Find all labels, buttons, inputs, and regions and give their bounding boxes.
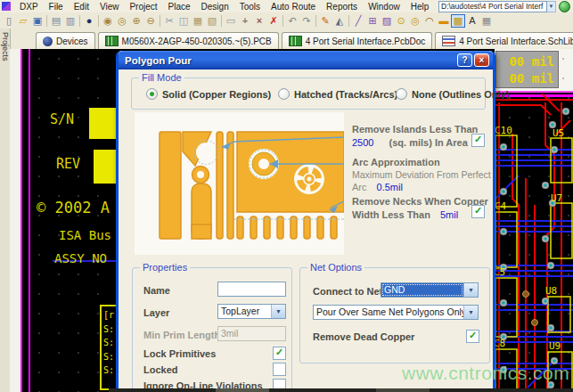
- readout-line: 00 mil: [496, 70, 554, 87]
- connect-to-net-value: GND: [381, 283, 463, 297]
- cut-icon[interactable]: ✂: [162, 14, 176, 28]
- help-globe-icon[interactable]: [559, 1, 570, 12]
- menu-window[interactable]: Window: [363, 2, 405, 12]
- chevron-down-icon[interactable]: ▼: [463, 306, 478, 319]
- paste-icon[interactable]: ▦: [191, 14, 205, 28]
- radio-label: Hatched (Tracks/Arcs): [294, 89, 397, 100]
- lock-primitives-checkbox[interactable]: ✓: [273, 347, 286, 360]
- menu-reports[interactable]: Reports: [321, 2, 363, 12]
- tab-label: Devices: [56, 37, 88, 46]
- schematic-library-icon: [442, 36, 455, 46]
- combo-dropdown-icon[interactable]: ▼: [547, 1, 556, 12]
- paste-array-icon[interactable]: ▧: [205, 14, 219, 28]
- place-string-icon[interactable]: A: [465, 14, 479, 28]
- chevron-down-icon[interactable]: ▼: [463, 283, 478, 297]
- layer-tab-strip[interactable]: [109, 388, 573, 392]
- islands-area-value[interactable]: 2500: [352, 137, 373, 148]
- fill-mode-none-radio[interactable]: None (Outlines Only): [396, 88, 509, 100]
- place-polygon-pour-icon[interactable]: ▩: [451, 14, 465, 28]
- find-similar-icon[interactable]: ◭: [332, 14, 347, 28]
- tab-devices[interactable]: Devices: [36, 32, 95, 49]
- properties-legend: Properties: [140, 262, 190, 273]
- annotation-text: Maximum Deviation From Perfect: [352, 169, 491, 180]
- locked-checkbox[interactable]: [273, 363, 286, 376]
- print-icon[interactable]: ▤: [49, 14, 63, 28]
- silkscreen-sn: S/N: [50, 111, 74, 127]
- annotation-heading: Remove Islands Less Than: [352, 124, 478, 135]
- dialog-close-button[interactable]: ×: [474, 53, 489, 67]
- remove-necks-checkbox[interactable]: ✓: [471, 205, 485, 218]
- menu-place[interactable]: Place: [163, 2, 196, 12]
- print-preview-icon[interactable]: ▥: [63, 14, 78, 28]
- workspace-panel-icon[interactable]: ●: [82, 14, 96, 28]
- place-grid-icon[interactable]: ▦: [479, 14, 494, 28]
- arc-deviation-value[interactable]: 0.5mil: [377, 182, 403, 192]
- menu-design[interactable]: Design: [196, 2, 234, 12]
- projects-panel-tab[interactable]: Projects: [1, 32, 10, 61]
- save-document-icon[interactable]: ▣: [30, 14, 45, 28]
- place-arc-icon[interactable]: ◠: [422, 14, 437, 28]
- tab-pcb-m0560x[interactable]: M0560X-2AGP-450-020305.~(5).PCB: [98, 32, 279, 49]
- menu-view[interactable]: View: [94, 2, 125, 12]
- new-document-icon[interactable]: ▯: [2, 14, 16, 28]
- clear-filter-icon[interactable]: ✗: [266, 14, 281, 28]
- tab-schlib-serial-interface[interactable]: 4 Port Serial Interface.SchLib *: [435, 32, 573, 49]
- place-via-icon[interactable]: ◎: [408, 14, 422, 28]
- menu-dxp[interactable]: DXP: [14, 2, 44, 12]
- fill-mode-hatched-radio[interactable]: Hatched (Tracks/Arcs): [278, 88, 397, 100]
- lock-primitives-label: Lock Primitives: [143, 348, 216, 359]
- place-line-icon[interactable]: ╱: [351, 14, 365, 28]
- connect-to-net-label: Connect to Net: [313, 286, 382, 297]
- layer-select[interactable]: TopLayer ▼: [217, 304, 286, 319]
- place-pad-icon[interactable]: ⊙: [394, 14, 408, 28]
- menu-edit[interactable]: Edit: [69, 2, 94, 12]
- menu-tools[interactable]: Tools: [234, 2, 266, 12]
- name-label: Name: [143, 285, 170, 296]
- move-selection-icon[interactable]: +: [238, 14, 252, 28]
- menu-help[interactable]: Help: [405, 2, 435, 12]
- polygon-pour-dialog: Polygon Pour ? × Fill Mode Solid (Copper…: [116, 51, 495, 392]
- toolbar-separator: [98, 15, 99, 27]
- undo-icon[interactable]: ↶: [285, 14, 299, 28]
- remove-islands-checkbox[interactable]: ✓: [471, 134, 485, 147]
- menu-auto-route[interactable]: Auto Route: [266, 2, 321, 12]
- interactive-routing-icon[interactable]: ✎: [318, 14, 332, 28]
- dialog-help-button[interactable]: ?: [457, 53, 472, 67]
- copy-icon[interactable]: ◫: [176, 14, 191, 28]
- radio-label: Solid (Copper Regions): [162, 89, 271, 100]
- dialog-title-bar[interactable]: Polygon Pour ? ×: [119, 51, 493, 69]
- tab-pcbdoc-serial-interface[interactable]: 4 Port Serial Interface.PcbDoc: [282, 32, 433, 49]
- zoom-area-icon[interactable]: ◎: [115, 14, 129, 28]
- zoom-out-icon[interactable]: ⊖: [143, 14, 158, 28]
- properties-group: Properties Name Layer TopLayer ▼ Min Pri…: [132, 267, 292, 392]
- document-path-combo[interactable]: D:\audotest\4 Port Serial Interf: [438, 1, 547, 12]
- annotation-heading: Remove Necks When Copper: [352, 196, 488, 207]
- select-area-icon[interactable]: ▭: [224, 14, 238, 28]
- zoom-in-icon[interactable]: ⊕: [129, 14, 143, 28]
- open-document-icon[interactable]: ▱: [16, 14, 30, 28]
- deselect-all-icon[interactable]: ×: [252, 14, 266, 28]
- place-fill-icon[interactable]: ▬: [437, 14, 451, 28]
- name-input[interactable]: [217, 282, 286, 297]
- menu-file[interactable]: File: [44, 2, 69, 12]
- chevron-down-icon[interactable]: ▼: [271, 305, 285, 318]
- svg-text:C10: C10: [495, 125, 512, 136]
- menu-project[interactable]: Project: [124, 2, 162, 12]
- connect-to-net-select[interactable]: GND ▼: [381, 282, 479, 298]
- pcb-document-icon: [289, 36, 302, 46]
- radio-icon: [278, 88, 290, 100]
- place-room-icon[interactable]: ▨: [380, 14, 394, 28]
- zoom-window-icon[interactable]: ◉: [101, 14, 115, 28]
- coordinate-readout-panel: 00 mil 00 mil: [495, 51, 559, 88]
- net-options-group: Net Options Connect to Net GND ▼ Pour Ov…: [299, 267, 490, 363]
- remove-dead-copper-checkbox[interactable]: ✓: [466, 330, 479, 343]
- toolbar-separator: [79, 15, 80, 27]
- pour-over-select[interactable]: Pour Over Same Net Polygons Only ▼: [313, 305, 479, 320]
- place-component-icon[interactable]: ⊞: [365, 14, 380, 28]
- silkscreen-assy-no: ASSY NO: [54, 251, 107, 265]
- fill-mode-solid-radio[interactable]: Solid (Copper Regions): [146, 88, 271, 100]
- redo-icon[interactable]: ↷: [299, 14, 314, 28]
- keepout-line-left: [29, 49, 30, 392]
- tab-label: 4 Port Serial Interface.PcbDoc: [306, 37, 426, 46]
- neck-width-value[interactable]: 5mil: [440, 209, 458, 220]
